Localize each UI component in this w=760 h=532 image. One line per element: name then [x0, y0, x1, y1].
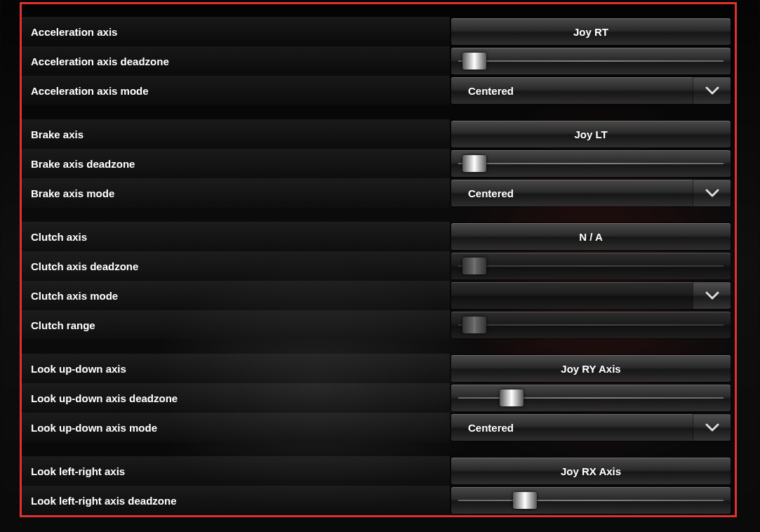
- setting-label: Brake axis mode: [22, 178, 450, 208]
- binding-value: Joy RX Axis: [451, 465, 731, 477]
- settings-row: Acceleration axis deadzone: [22, 46, 735, 76]
- setting-label: Look up-down axis mode: [22, 413, 450, 442]
- slider-track: [458, 324, 724, 326]
- axis-binding-button[interactable]: Joy RX Axis: [451, 458, 731, 484]
- slider-thumb[interactable]: [462, 53, 486, 69]
- settings-row: Look left-right axis deadzone: [22, 486, 735, 515]
- settings-row: Brake axis deadzone: [22, 149, 735, 178]
- setting-label: Look left-right axis: [22, 456, 450, 486]
- setting-label: Clutch range: [22, 310, 450, 340]
- slider: [451, 312, 731, 338]
- axis-binding-button[interactable]: Joy RY Axis: [451, 355, 731, 382]
- chevron-down-icon: [705, 423, 719, 432]
- setting-label: Clutch axis mode: [22, 281, 450, 310]
- chevron-down-icon: [705, 291, 719, 300]
- chevron-down-icon: [705, 189, 719, 197]
- setting-label: Brake axis deadzone: [22, 149, 450, 178]
- setting-label: Acceleration axis: [22, 17, 450, 46]
- setting-label: Clutch axis deadzone: [22, 251, 450, 281]
- setting-label: Brake axis: [22, 119, 450, 149]
- settings-row: Look up-down axis modeCentered: [22, 413, 735, 442]
- settings-row: Brake axis modeCentered: [22, 178, 735, 208]
- setting-label: Acceleration axis mode: [22, 76, 450, 105]
- axis-binding-button[interactable]: N / A: [451, 223, 731, 250]
- settings-group: Brake axisJoy LTBrake axis deadzoneBrake…: [22, 119, 735, 208]
- settings-row: Acceleration axis modeCentered: [22, 76, 735, 105]
- binding-value: N / A: [451, 231, 731, 243]
- dropdown[interactable]: Centered: [451, 414, 731, 441]
- settings-group: Acceleration axisJoy RTAcceleration axis…: [22, 17, 735, 105]
- slider-track: [458, 265, 724, 267]
- slider[interactable]: [451, 487, 731, 514]
- slider[interactable]: [451, 150, 731, 177]
- settings-row: Clutch axisN / A: [22, 222, 735, 251]
- dropdown-value: Centered: [451, 187, 514, 199]
- dropdown-arrow-button: [693, 282, 731, 309]
- slider[interactable]: [451, 48, 731, 74]
- dropdown-arrow-button[interactable]: [693, 77, 731, 104]
- settings-row: Look up-down axis deadzone: [22, 383, 735, 413]
- setting-label: Look up-down axis: [22, 354, 450, 383]
- settings-row: Clutch axis deadzone: [22, 251, 735, 281]
- settings-group: Look up-down axisJoy RY AxisLook up-down…: [22, 354, 735, 442]
- slider-track: [458, 500, 724, 501]
- binding-value: Joy RY Axis: [451, 363, 731, 375]
- slider-track: [458, 60, 724, 62]
- slider-thumb: [462, 317, 486, 333]
- dropdown-value: Centered: [451, 422, 514, 434]
- settings-list: Acceleration axisJoy RTAcceleration axis…: [22, 4, 735, 515]
- binding-value: Joy RT: [451, 26, 731, 38]
- slider[interactable]: [451, 385, 731, 411]
- axis-binding-button[interactable]: Joy RT: [451, 18, 731, 45]
- dropdown[interactable]: Centered: [451, 77, 731, 104]
- slider-thumb[interactable]: [462, 155, 486, 172]
- setting-label: Clutch axis: [22, 222, 450, 251]
- dropdown: [451, 282, 731, 309]
- settings-row: Look left-right axisJoy RX Axis: [22, 456, 735, 486]
- settings-row: Acceleration axisJoy RT: [22, 17, 735, 46]
- axis-binding-button[interactable]: Joy LT: [451, 121, 731, 147]
- settings-panel: Acceleration axisJoy RTAcceleration axis…: [20, 2, 737, 517]
- settings-row: Look up-down axisJoy RY Axis: [22, 354, 735, 383]
- slider-thumb[interactable]: [500, 390, 524, 406]
- settings-group: Clutch axisN / AClutch axis deadzoneClut…: [22, 222, 735, 340]
- dropdown-arrow-button[interactable]: [693, 180, 731, 206]
- dropdown-arrow-button[interactable]: [693, 414, 731, 441]
- settings-row: Clutch axis mode: [22, 281, 735, 310]
- settings-row: Brake axisJoy LT: [22, 119, 735, 149]
- slider-thumb[interactable]: [513, 492, 537, 509]
- settings-row: Clutch range: [22, 310, 735, 340]
- slider-track: [458, 163, 724, 164]
- binding-value: Joy LT: [451, 128, 731, 140]
- dropdown[interactable]: Centered: [451, 180, 731, 206]
- setting-label: Look left-right axis deadzone: [22, 486, 450, 515]
- dropdown-value: Centered: [451, 85, 514, 97]
- slider-thumb: [462, 258, 486, 274]
- chevron-down-icon: [705, 86, 719, 95]
- slider: [451, 253, 731, 279]
- setting-label: Acceleration axis deadzone: [22, 46, 450, 76]
- settings-group: Look left-right axisJoy RX AxisLook left…: [22, 456, 735, 515]
- slider-track: [458, 397, 724, 399]
- setting-label: Look up-down axis deadzone: [22, 383, 450, 413]
